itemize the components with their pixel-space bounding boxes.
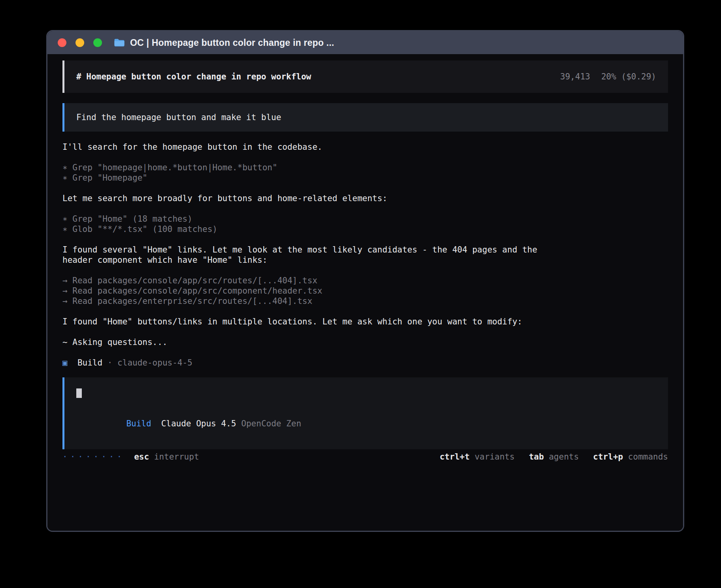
agent-status-line: ▣ Build · claude-opus-4-5 [62, 358, 552, 368]
context-usage: 20% ($0.29) [601, 72, 656, 82]
model-name: Claude Opus 4.5 [161, 419, 236, 428]
tool-call-glob: ∗ Glob "**/*.tsx" (100 matches) [62, 224, 552, 234]
prompt-input[interactable]: BuildClaude Opus 4.5OpenCode Zen [62, 377, 668, 449]
session-title: # Homepage button color change in repo w… [76, 72, 311, 82]
esc-key-label: esc [134, 452, 149, 462]
blank-line [62, 152, 552, 162]
agent-model-id: claude-opus-4-5 [117, 358, 193, 368]
assistant-text: Let me search more broadly for buttons a… [62, 193, 552, 204]
token-count: 39,413 [560, 72, 590, 82]
tool-call-grep: ∗ Grep "Home" (18 matches) [62, 214, 552, 224]
desktop: OC | Homepage button color change in rep… [0, 0, 721, 588]
tool-call-grep: ∗ Grep "homepage|home.*button|Home.*butt… [62, 162, 552, 173]
spinner-dots: ········ [62, 452, 125, 462]
blank-line [62, 204, 552, 214]
blank-line [62, 234, 552, 245]
blank-line [62, 183, 552, 193]
folder-icon [114, 38, 125, 47]
status-bar: ········ esc interrupt ctrl+t variants t… [62, 452, 668, 462]
zoom-button[interactable] [93, 38, 102, 47]
session-stats: 39,413 20% ($0.29) [560, 72, 656, 82]
interrupt-label: interrupt [154, 452, 199, 462]
status-right: ctrl+t variants tab agents ctrl+p comman… [425, 452, 668, 462]
blank-line [62, 327, 552, 337]
shortcut-commands: ctrl+p commands [593, 452, 668, 462]
agents-label: agents [549, 452, 579, 462]
session-header: # Homepage button color change in repo w… [62, 60, 668, 93]
shortcut-interrupt: esc interrupt [134, 452, 199, 462]
model-line: BuildClaude Opus 4.5OpenCode Zen [76, 408, 656, 439]
terminal-window: OC | Homepage button color change in rep… [46, 30, 684, 532]
window-title: OC | Homepage button color change in rep… [130, 38, 334, 48]
assistant-text: I'll search for the homepage button in t… [62, 142, 552, 152]
terminal-content: # Homepage button color change in repo w… [47, 54, 683, 531]
minimize-button[interactable] [75, 38, 84, 47]
ctrl-t-key-label: ctrl+t [440, 452, 470, 462]
assistant-status: ~ Asking questions... [62, 337, 552, 347]
commands-label: commands [628, 452, 668, 462]
blank-line [62, 347, 552, 358]
assistant-text: I found several "Home" links. Let me loo… [62, 245, 552, 265]
agent-mode-label[interactable]: Build [126, 419, 151, 428]
conversation: I'll search for the homepage button in t… [62, 142, 552, 368]
input-line[interactable] [76, 388, 656, 398]
tool-call-grep: ∗ Grep "Homepage" [62, 173, 552, 183]
close-button[interactable] [58, 38, 66, 47]
blank-line [62, 265, 552, 275]
assistant-text: I found "Home" buttons/links in multiple… [62, 317, 552, 327]
status-left: ········ esc interrupt [62, 452, 199, 462]
agent-square-icon: ▣ [62, 358, 68, 368]
blank-line [76, 398, 656, 408]
tool-call-read: → Read packages/enterprise/src/routes/[.… [62, 296, 552, 306]
tab-key-label: tab [529, 452, 544, 462]
tool-call-read: → Read packages/console/app/src/routes/[… [62, 275, 552, 286]
traffic-lights [58, 38, 102, 47]
tool-call-read: → Read packages/console/app/src/componen… [62, 286, 552, 296]
window-titlebar[interactable]: OC | Homepage button color change in rep… [47, 31, 683, 54]
agent-name: Build [68, 358, 103, 368]
variants-label: variants [475, 452, 515, 462]
text-cursor [76, 388, 82, 398]
ctrl-p-key-label: ctrl+p [593, 452, 623, 462]
user-message: Find the homepage button and make it blu… [62, 103, 668, 132]
blank-line [62, 306, 552, 317]
shortcut-agents: tab agents [529, 452, 579, 462]
shortcut-variants: ctrl+t variants [440, 452, 515, 462]
model-provider: OpenCode Zen [241, 419, 301, 428]
user-message-text: Find the homepage button and make it blu… [76, 113, 281, 122]
